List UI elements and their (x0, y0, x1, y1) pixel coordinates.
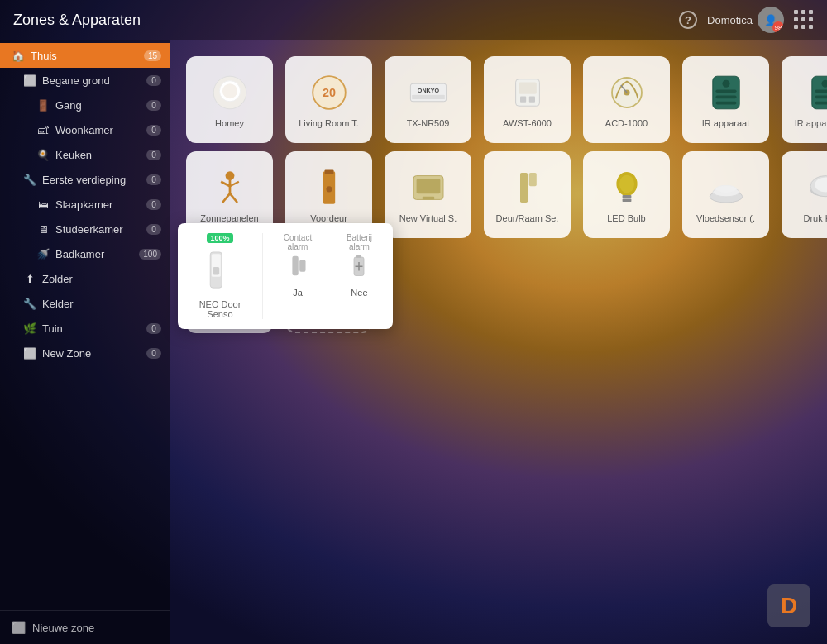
svg-rect-17 (715, 89, 736, 93)
virtual-sensor-icon (406, 165, 451, 210)
sidebar-item-badkamer[interactable]: 🚿 Badkamer 100 (0, 241, 170, 266)
sidebar-item-studeerkamer[interactable]: 🖥 Studeerkamer 0 (0, 217, 170, 241)
homey-icon (208, 70, 252, 115)
sidebar-label: Eerste verdieping (42, 174, 146, 186)
device-card-new-virtual[interactable]: New Virtual S. (385, 151, 471, 238)
svg-rect-19 (715, 102, 736, 105)
onkyo-icon: ONKYO (406, 70, 451, 115)
acd-icon (605, 70, 649, 115)
home-icon: 🏠 (12, 49, 25, 62)
sidebar-badge: 0 (146, 100, 161, 111)
sidebar-label: Woonkamer (55, 124, 146, 136)
device-label: Deur/Raam Se. (496, 213, 559, 224)
svg-rect-7 (412, 95, 445, 99)
device-card-ir-apparaat[interactable]: IR apparaat (682, 56, 769, 143)
device-card-tx-nr509[interactable]: ONKYO TX-NR509 (385, 56, 471, 143)
bulb-icon (605, 165, 649, 210)
sidebar-item-slaapkamer[interactable]: 🛏 Slaapkamer 0 (0, 192, 170, 217)
battery-badge: 100% (207, 233, 232, 243)
device-label: LED Bulb (607, 213, 645, 224)
tooltip-contact-col: Contact alarm Ja (276, 233, 319, 298)
svg-rect-24 (815, 102, 827, 105)
svg-rect-23 (815, 96, 827, 99)
tooltip-device-section: 100% NEO Door Senso (191, 233, 249, 319)
svg-rect-9 (519, 82, 537, 93)
svg-point-16 (722, 80, 729, 88)
contact-icon (289, 255, 307, 284)
svg-rect-11 (528, 96, 534, 102)
svg-rect-35 (416, 179, 440, 193)
svg-text:ONKYO: ONKYO (417, 87, 439, 94)
sidebar-item-tuin[interactable]: 🌿 Tuin 0 (0, 316, 170, 341)
sidebar-item-keuken[interactable]: 🍳 Keuken 0 (0, 142, 170, 167)
device-label: Druk Knop (804, 213, 828, 224)
sidebar-item-kelder[interactable]: 🔧 Kelder (0, 291, 170, 316)
sidebar-badge: 15 (144, 50, 161, 61)
user-menu[interactable]: Domotica 👤 98 (707, 7, 784, 33)
device-card-druk-knop[interactable]: Druk Knop (782, 151, 827, 238)
sidebar-item-thuis[interactable]: 🏠 Thuis 15 (0, 43, 170, 68)
svg-text:20: 20 (322, 85, 335, 98)
svg-rect-36 (422, 197, 433, 200)
main-content: Homey 20 Living Room T. ONKYO TX-NR509 (170, 40, 827, 644)
upstairs-icon: 🔧 (23, 173, 36, 186)
d-app-button[interactable]: D (767, 584, 810, 627)
solar-icon (208, 165, 252, 210)
door-lock-icon (307, 165, 351, 210)
thermostat-icon: 20 (307, 70, 351, 115)
sidebar-badge: 100 (139, 249, 161, 260)
sidebar-badge: 0 (146, 174, 161, 185)
device-card-awst-6000[interactable]: AWST-6000 (484, 56, 571, 143)
tooltip-battery-col: Batterij alarm Nee (339, 233, 380, 298)
sidebar-item-gang[interactable]: 🚪 Gang 0 (0, 93, 170, 117)
device-card-acd-1000[interactable]: ACD-1000 (583, 56, 670, 143)
sidebar-item-zolder[interactable]: ⬆ Zolder (0, 266, 170, 291)
sidebar-label: Slaapkamer (55, 198, 146, 211)
sidebar-item-begane-grond[interactable]: ⬜ Begane grond 0 (0, 68, 170, 93)
svg-point-25 (225, 171, 234, 180)
svg-point-2 (222, 83, 237, 98)
help-button[interactable]: ? (679, 11, 697, 29)
device-card-ir-apparaat-a[interactable]: IR apparaat (a. (782, 56, 827, 143)
battery-alarm-label: Batterij alarm (339, 233, 380, 251)
svg-point-32 (326, 186, 332, 192)
device-card-led-bulb[interactable]: LED Bulb (583, 151, 670, 238)
svg-rect-33 (324, 169, 333, 174)
sidebar-item-eerste-verdieping[interactable]: 🔧 Eerste verdieping 0 (0, 167, 170, 192)
svg-rect-41 (622, 198, 631, 202)
svg-line-28 (230, 182, 239, 186)
sidebar-label: Zolder (42, 273, 161, 285)
device-card-vloedsensor[interactable]: Vloedsensor (. (682, 151, 769, 238)
svg-rect-55 (292, 256, 298, 275)
svg-line-30 (230, 193, 237, 203)
svg-rect-10 (520, 96, 526, 102)
cellar-icon: 🔧 (23, 297, 36, 310)
svg-rect-54 (213, 267, 219, 274)
floor-icon: ⬜ (23, 74, 36, 87)
svg-rect-37 (520, 173, 528, 203)
sidebar-label: Begane grond (42, 74, 146, 87)
add-zone-button[interactable]: ⬜ Nieuwe zone (0, 610, 170, 644)
device-card-homey[interactable]: Homey (186, 56, 273, 143)
sidebar-badge: 0 (146, 199, 161, 210)
svg-rect-40 (622, 195, 631, 198)
device-label: IR apparaat (702, 118, 749, 129)
ir-icon (704, 70, 748, 115)
device-card-deur-raam[interactable]: Deur/Raam Se. (484, 151, 571, 238)
sidebar-item-new-zone[interactable]: ⬜ New Zone 0 (0, 341, 170, 365)
device-card-living-room[interactable]: 20 Living Room T. (285, 56, 372, 143)
svg-point-45 (715, 185, 736, 193)
sidebar-item-woonkamer[interactable]: 🛋 Woonkamer 0 (0, 117, 170, 142)
attic-icon: ⬆ (23, 272, 36, 285)
tooltip-device-image (199, 246, 241, 296)
svg-rect-18 (715, 96, 736, 99)
apps-grid-button[interactable] (794, 10, 814, 30)
sidebar-label: Tuin (42, 322, 146, 335)
tooltip-stat-row: Contact alarm Ja Batterij alarm (276, 233, 380, 298)
awst-icon (505, 70, 550, 115)
svg-rect-22 (815, 89, 827, 93)
sidebar-badge: 0 (146, 348, 161, 359)
device-label: Homey (215, 118, 244, 129)
contact-value: Ja (293, 288, 303, 298)
flood-sensor-icon (704, 165, 748, 210)
